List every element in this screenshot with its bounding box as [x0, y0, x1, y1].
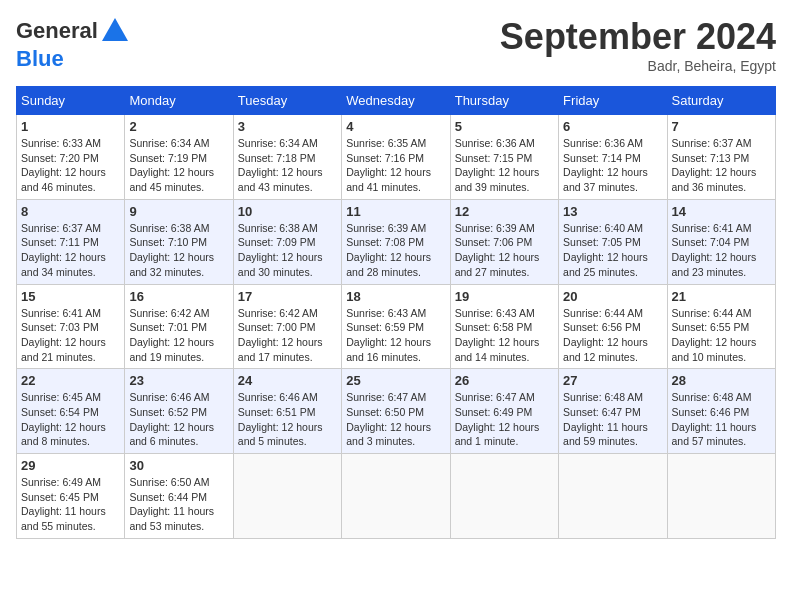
sunset-text: Sunset: 6:46 PM: [672, 405, 771, 420]
day-number: 19: [455, 289, 554, 304]
day-number: 2: [129, 119, 228, 134]
daylight-text: Daylight: 12 hours and 32 minutes.: [129, 250, 228, 279]
day-info: Sunrise: 6:46 AMSunset: 6:51 PMDaylight:…: [238, 390, 337, 449]
daylight-text: Daylight: 12 hours and 1 minute.: [455, 420, 554, 449]
day-info: Sunrise: 6:37 AMSunset: 7:13 PMDaylight:…: [672, 136, 771, 195]
daylight-text: Daylight: 12 hours and 27 minutes.: [455, 250, 554, 279]
calendar-cell: 18Sunrise: 6:43 AMSunset: 6:59 PMDayligh…: [342, 284, 450, 369]
day-number: 28: [672, 373, 771, 388]
sunrise-text: Sunrise: 6:40 AM: [563, 221, 662, 236]
calendar-cell: 4Sunrise: 6:35 AMSunset: 7:16 PMDaylight…: [342, 115, 450, 200]
day-info: Sunrise: 6:38 AMSunset: 7:09 PMDaylight:…: [238, 221, 337, 280]
calendar-cell: 9Sunrise: 6:38 AMSunset: 7:10 PMDaylight…: [125, 199, 233, 284]
day-info: Sunrise: 6:44 AMSunset: 6:56 PMDaylight:…: [563, 306, 662, 365]
sunrise-text: Sunrise: 6:39 AM: [455, 221, 554, 236]
sunset-text: Sunset: 6:52 PM: [129, 405, 228, 420]
daylight-text: Daylight: 11 hours and 53 minutes.: [129, 504, 228, 533]
calendar-cell: 20Sunrise: 6:44 AMSunset: 6:56 PMDayligh…: [559, 284, 667, 369]
day-info: Sunrise: 6:48 AMSunset: 6:47 PMDaylight:…: [563, 390, 662, 449]
day-of-week-tuesday: Tuesday: [233, 87, 341, 115]
calendar-cell: 10Sunrise: 6:38 AMSunset: 7:09 PMDayligh…: [233, 199, 341, 284]
day-number: 18: [346, 289, 445, 304]
calendar-cell: 15Sunrise: 6:41 AMSunset: 7:03 PMDayligh…: [17, 284, 125, 369]
day-number: 11: [346, 204, 445, 219]
calendar-cell: 24Sunrise: 6:46 AMSunset: 6:51 PMDayligh…: [233, 369, 341, 454]
daylight-text: Daylight: 12 hours and 34 minutes.: [21, 250, 120, 279]
sunset-text: Sunset: 7:06 PM: [455, 235, 554, 250]
day-number: 14: [672, 204, 771, 219]
day-info: Sunrise: 6:35 AMSunset: 7:16 PMDaylight:…: [346, 136, 445, 195]
day-number: 22: [21, 373, 120, 388]
day-number: 25: [346, 373, 445, 388]
sunset-text: Sunset: 6:44 PM: [129, 490, 228, 505]
sunset-text: Sunset: 7:04 PM: [672, 235, 771, 250]
day-info: Sunrise: 6:39 AMSunset: 7:06 PMDaylight:…: [455, 221, 554, 280]
calendar-cell: 5Sunrise: 6:36 AMSunset: 7:15 PMDaylight…: [450, 115, 558, 200]
sunrise-text: Sunrise: 6:43 AM: [455, 306, 554, 321]
sunset-text: Sunset: 6:54 PM: [21, 405, 120, 420]
sunrise-text: Sunrise: 6:48 AM: [672, 390, 771, 405]
day-info: Sunrise: 6:41 AMSunset: 7:03 PMDaylight:…: [21, 306, 120, 365]
calendar-cell: 11Sunrise: 6:39 AMSunset: 7:08 PMDayligh…: [342, 199, 450, 284]
day-number: 12: [455, 204, 554, 219]
daylight-text: Daylight: 12 hours and 14 minutes.: [455, 335, 554, 364]
day-info: Sunrise: 6:50 AMSunset: 6:44 PMDaylight:…: [129, 475, 228, 534]
day-number: 10: [238, 204, 337, 219]
sunrise-text: Sunrise: 6:37 AM: [672, 136, 771, 151]
day-info: Sunrise: 6:36 AMSunset: 7:14 PMDaylight:…: [563, 136, 662, 195]
sunset-text: Sunset: 7:16 PM: [346, 151, 445, 166]
title-section: September 2024 Badr, Beheira, Egypt: [500, 16, 776, 74]
day-number: 4: [346, 119, 445, 134]
calendar-cell: 1Sunrise: 6:33 AMSunset: 7:20 PMDaylight…: [17, 115, 125, 200]
calendar-cell: 13Sunrise: 6:40 AMSunset: 7:05 PMDayligh…: [559, 199, 667, 284]
sunset-text: Sunset: 6:45 PM: [21, 490, 120, 505]
sunrise-text: Sunrise: 6:49 AM: [21, 475, 120, 490]
sunrise-text: Sunrise: 6:47 AM: [455, 390, 554, 405]
sunrise-text: Sunrise: 6:34 AM: [129, 136, 228, 151]
logo: General Blue: [16, 16, 130, 72]
sunset-text: Sunset: 6:59 PM: [346, 320, 445, 335]
calendar-cell: 2Sunrise: 6:34 AMSunset: 7:19 PMDaylight…: [125, 115, 233, 200]
calendar-table: SundayMondayTuesdayWednesdayThursdayFrid…: [16, 86, 776, 539]
day-number: 16: [129, 289, 228, 304]
daylight-text: Daylight: 12 hours and 5 minutes.: [238, 420, 337, 449]
day-number: 9: [129, 204, 228, 219]
calendar-cell: 6Sunrise: 6:36 AMSunset: 7:14 PMDaylight…: [559, 115, 667, 200]
calendar-cell: [450, 454, 558, 539]
sunset-text: Sunset: 6:51 PM: [238, 405, 337, 420]
sunrise-text: Sunrise: 6:41 AM: [672, 221, 771, 236]
logo-blue-text: Blue: [16, 46, 64, 72]
sunrise-text: Sunrise: 6:45 AM: [21, 390, 120, 405]
calendar-cell: 23Sunrise: 6:46 AMSunset: 6:52 PMDayligh…: [125, 369, 233, 454]
sunrise-text: Sunrise: 6:48 AM: [563, 390, 662, 405]
daylight-text: Daylight: 12 hours and 3 minutes.: [346, 420, 445, 449]
calendar-header-row: SundayMondayTuesdayWednesdayThursdayFrid…: [17, 87, 776, 115]
day-info: Sunrise: 6:49 AMSunset: 6:45 PMDaylight:…: [21, 475, 120, 534]
calendar-cell: 7Sunrise: 6:37 AMSunset: 7:13 PMDaylight…: [667, 115, 775, 200]
calendar-week-row: 8Sunrise: 6:37 AMSunset: 7:11 PMDaylight…: [17, 199, 776, 284]
day-number: 21: [672, 289, 771, 304]
sunset-text: Sunset: 6:50 PM: [346, 405, 445, 420]
sunrise-text: Sunrise: 6:34 AM: [238, 136, 337, 151]
daylight-text: Daylight: 12 hours and 6 minutes.: [129, 420, 228, 449]
day-of-week-saturday: Saturday: [667, 87, 775, 115]
sunset-text: Sunset: 6:58 PM: [455, 320, 554, 335]
day-number: 24: [238, 373, 337, 388]
day-of-week-thursday: Thursday: [450, 87, 558, 115]
day-info: Sunrise: 6:34 AMSunset: 7:19 PMDaylight:…: [129, 136, 228, 195]
sunrise-text: Sunrise: 6:36 AM: [455, 136, 554, 151]
sunrise-text: Sunrise: 6:42 AM: [129, 306, 228, 321]
day-number: 13: [563, 204, 662, 219]
daylight-text: Daylight: 12 hours and 10 minutes.: [672, 335, 771, 364]
day-info: Sunrise: 6:42 AMSunset: 7:01 PMDaylight:…: [129, 306, 228, 365]
sunrise-text: Sunrise: 6:33 AM: [21, 136, 120, 151]
logo-icon: [100, 16, 130, 46]
day-info: Sunrise: 6:33 AMSunset: 7:20 PMDaylight:…: [21, 136, 120, 195]
sunset-text: Sunset: 6:55 PM: [672, 320, 771, 335]
sunrise-text: Sunrise: 6:38 AM: [129, 221, 228, 236]
daylight-text: Daylight: 12 hours and 19 minutes.: [129, 335, 228, 364]
location-subtitle: Badr, Beheira, Egypt: [500, 58, 776, 74]
sunset-text: Sunset: 7:08 PM: [346, 235, 445, 250]
day-number: 30: [129, 458, 228, 473]
daylight-text: Daylight: 12 hours and 30 minutes.: [238, 250, 337, 279]
